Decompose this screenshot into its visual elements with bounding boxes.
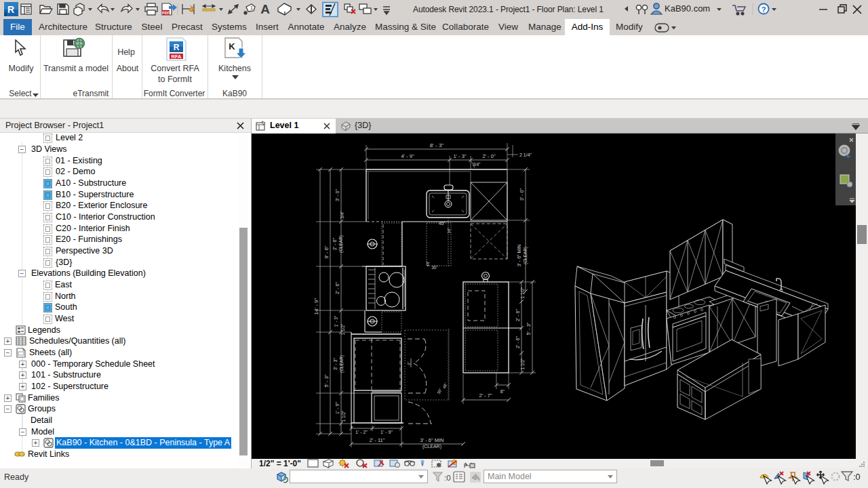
svg-text:RFA: RFA [172, 54, 182, 60]
svg-text:2' - 7": 2' - 7" [479, 392, 492, 399]
svg-text:KaB90.com: KaB90.com [665, 3, 710, 14]
svg-text:1: 1 [250, 5, 254, 11]
svg-text:2' - 6": 2' - 6" [515, 309, 520, 321]
svg-text:3' - 6" MIN: 3' - 6" MIN [517, 245, 521, 267]
svg-text:2' - 6": 2' - 6" [515, 336, 520, 348]
svg-text:R: R [7, 4, 14, 15]
svg-text:3' - 6" MIN: 3' - 6" MIN [420, 437, 444, 443]
svg-text:1' - 9": 1' - 9" [380, 430, 393, 434]
svg-text:30": 30" [437, 388, 443, 395]
svg-text:1 1/2": 1 1/2" [520, 287, 525, 298]
svg-text:(CLEAR): (CLEAR) [339, 355, 344, 373]
svg-text:0": 0" [407, 361, 411, 365]
svg-text:3' - 0": 3' - 0" [335, 189, 340, 201]
svg-text:30": 30" [447, 228, 451, 234]
svg-text:1' - 2": 1' - 2" [355, 430, 368, 434]
svg-text:48": 48" [442, 382, 448, 390]
svg-text:(CLEAR): (CLEAR) [338, 235, 344, 253]
svg-text:5' - 3": 5' - 3" [323, 374, 330, 387]
svg-text:1' - 3": 1' - 3" [334, 315, 338, 327]
svg-text:48": 48" [426, 261, 430, 267]
svg-text:2' - 11": 2' - 11" [370, 437, 385, 443]
svg-text:45°: 45° [439, 221, 446, 226]
svg-text:1' - 3": 1' - 3" [453, 153, 466, 159]
svg-text:(CLEAR): (CLEAR) [523, 247, 528, 264]
svg-text:9' - 6": 9' - 6" [323, 245, 330, 258]
svg-text:30": 30" [431, 265, 438, 270]
svg-text:1 1/2": 1 1/2" [520, 358, 525, 369]
svg-text::0: :0 [444, 474, 451, 482]
svg-text:PDF: PDF [162, 11, 170, 15]
svg-text:1 1/2": 1 1/2" [340, 323, 345, 335]
svg-text:3' - 0": 3' - 0" [519, 188, 524, 201]
svg-text:R: R [174, 43, 180, 52]
svg-text:14' - 9": 14' - 9" [313, 298, 319, 314]
svg-text:8": 8" [500, 389, 505, 394]
svg-text:3' - 3": 3' - 3" [333, 358, 338, 370]
svg-text:8' - 3": 8' - 3" [430, 142, 444, 148]
svg-text:5' - 3": 5' - 3" [526, 322, 532, 335]
svg-text:(CLEAR): (CLEAR) [422, 444, 441, 449]
svg-text:4' - 9": 4' - 9" [401, 153, 414, 159]
svg-text:3/4": 3/4" [340, 211, 344, 219]
svg-text:2 1/4": 2 1/4" [519, 152, 532, 157]
svg-text:2' - 6": 2' - 6" [332, 238, 337, 250]
svg-text:K: K [229, 41, 235, 52]
svg-text:?: ? [762, 5, 766, 14]
svg-text:A: A [260, 2, 270, 16]
svg-text:2' - 0": 2' - 0" [482, 153, 495, 159]
svg-text:1' - 9": 1' - 9" [335, 402, 340, 414]
svg-text:1 1/2": 1 1/2" [341, 410, 346, 422]
svg-text:2' - 6": 2' - 6" [335, 282, 340, 294]
